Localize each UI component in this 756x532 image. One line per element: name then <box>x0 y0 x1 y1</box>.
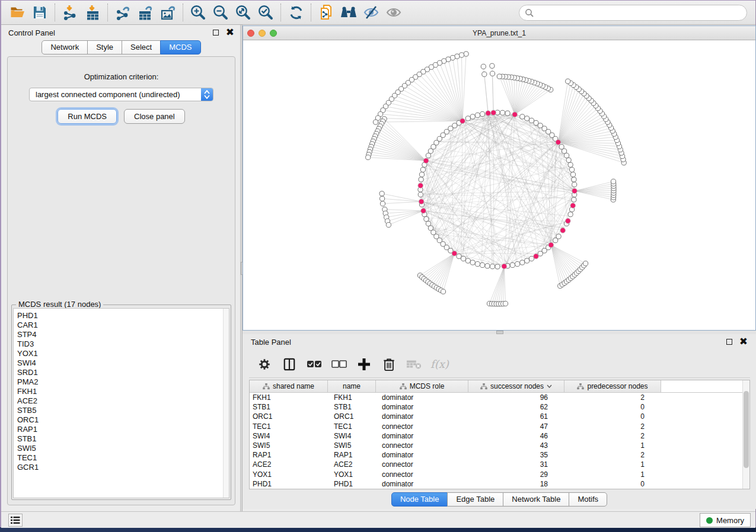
column-header-shared-name[interactable]: shared name <box>250 380 328 392</box>
network-canvas[interactable] <box>243 40 755 330</box>
control-panel: Control Panel ✖ NetworkStyleSelectMCDS O… <box>2 25 240 511</box>
table-row[interactable]: SWI5SWI5connector431 <box>250 441 749 450</box>
tab-network[interactable]: Network <box>42 40 88 55</box>
tab-edge-table[interactable]: Edge Table <box>447 492 503 507</box>
table-row[interactable]: FKH1FKH1dominator962 <box>250 393 749 402</box>
table-row[interactable]: TEC1TEC1connector472 <box>250 422 749 431</box>
mcds-result-item[interactable]: TEC1 <box>14 453 223 463</box>
table-row[interactable]: STB1STB1dominator620 <box>250 402 749 412</box>
tab-select[interactable]: Select <box>122 40 161 55</box>
memory-button[interactable]: Memory <box>700 513 751 527</box>
tab-node-table[interactable]: Node Table <box>391 492 448 507</box>
tab-motifs[interactable]: Motifs <box>569 492 607 507</box>
deselect-all-button[interactable] <box>331 355 347 373</box>
float-panel-icon[interactable] <box>726 339 732 345</box>
export-table-button[interactable] <box>134 2 157 23</box>
clone-network-button[interactable] <box>315 2 337 23</box>
toolbar-separator <box>311 4 311 21</box>
list-scrollbar[interactable] <box>223 309 229 498</box>
zoom-selected-button[interactable] <box>254 2 277 23</box>
mcds-result-item[interactable]: GCR1 <box>14 463 223 472</box>
task-history-button[interactable] <box>8 514 23 527</box>
table-row[interactable]: PHD1PHD1dominator180 <box>250 479 749 489</box>
save-button[interactable] <box>28 2 51 23</box>
control-panel-tabs: NetworkStyleSelectMCDS <box>2 40 240 55</box>
mcds-result-item[interactable]: CAR1 <box>14 321 223 330</box>
close-panel-icon[interactable]: ✖ <box>739 339 748 345</box>
mcds-result-item[interactable]: STP4 <box>14 330 223 339</box>
find-neighbors-button[interactable] <box>337 2 360 23</box>
table-cell: 2 <box>564 432 661 440</box>
mcds-result-item[interactable]: FKH1 <box>14 387 223 396</box>
table-row[interactable]: ACE2ACE2connector311 <box>250 460 749 469</box>
open-button[interactable] <box>6 2 28 23</box>
export-network-icon <box>115 5 131 21</box>
table-row[interactable]: ORC1ORC1dominator610 <box>250 412 749 421</box>
mcds-result-item[interactable]: SRD1 <box>14 368 223 377</box>
zoom-out-button[interactable] <box>209 2 232 23</box>
column-header-successor-nodes[interactable]: successor nodes <box>468 380 564 392</box>
column-header-name[interactable]: name <box>328 380 376 392</box>
import-table-icon <box>85 5 101 21</box>
show-icon <box>385 5 402 20</box>
mcds-result-item[interactable]: YOX1 <box>14 349 223 358</box>
import-table-button[interactable] <box>81 2 104 23</box>
mcds-result-item[interactable]: TID3 <box>14 339 223 349</box>
table-row[interactable]: RAP1RAP1dominator352 <box>250 450 749 460</box>
mcds-result-item[interactable]: STB5 <box>14 406 223 415</box>
tab-mcds[interactable]: MCDS <box>160 40 200 55</box>
table-cell: 1 <box>564 460 661 469</box>
table-cell: RAP1 <box>328 451 376 459</box>
criterion-dropdown[interactable]: largest connected component (undirected) <box>29 88 213 101</box>
table-cell: 18 <box>468 480 564 488</box>
table-row[interactable]: YOX1YOX1connector291 <box>250 470 749 479</box>
mcds-result-item[interactable]: ORC1 <box>14 415 223 425</box>
sitemap-icon <box>263 383 270 390</box>
mcds-result-item[interactable]: RAP1 <box>14 425 223 434</box>
show-columns-button[interactable] <box>281 355 298 373</box>
network-titlebar[interactable]: YPA_prune.txt_1 <box>243 26 755 40</box>
mcds-result-item[interactable]: PHD1 <box>14 311 223 321</box>
select-all-button[interactable] <box>306 355 323 373</box>
mcds-result-item[interactable]: SWI5 <box>14 444 223 453</box>
run-mcds-button[interactable]: Run MCDS <box>58 109 117 124</box>
table-cell: RAP1 <box>250 451 328 459</box>
unchecked-boxes-icon <box>331 360 347 369</box>
scrollbar-thumb[interactable] <box>744 391 749 468</box>
table-cell: PHD1 <box>250 480 328 488</box>
column-header-MCDS-role[interactable]: MCDS role <box>376 380 468 392</box>
export-network-button[interactable] <box>111 2 134 23</box>
mcds-result-item[interactable]: PMA2 <box>14 377 223 387</box>
mcds-result-item[interactable]: SWI4 <box>14 358 223 368</box>
show-button[interactable] <box>382 2 405 23</box>
mcds-result-item[interactable]: ACE2 <box>14 396 223 406</box>
tab-network-table[interactable]: Network Table <box>503 492 569 507</box>
sitemap-icon <box>480 383 487 390</box>
table-cell: YOX1 <box>250 470 328 479</box>
table-scrollbar[interactable] <box>742 380 749 489</box>
column-header-predecessor-nodes[interactable]: predecessor nodes <box>564 380 661 392</box>
table-settings-button[interactable] <box>256 355 273 373</box>
zoom-fit-button[interactable] <box>232 2 254 23</box>
memory-status-icon <box>706 517 713 524</box>
refresh-button[interactable] <box>285 2 307 23</box>
network-window: YPA_prune.txt_1 <box>243 25 756 331</box>
tab-style[interactable]: Style <box>87 40 122 55</box>
table-cell: ACE2 <box>328 460 376 469</box>
mcds-tab-content: Optimization criterion: largest connecte… <box>7 56 235 505</box>
delete-column-button[interactable] <box>381 355 397 373</box>
create-column-button[interactable] <box>356 355 372 373</box>
close-panel-button[interactable]: Close panel <box>124 109 185 124</box>
close-panel-icon[interactable]: ✖ <box>226 30 234 36</box>
table-cell: STB1 <box>250 403 328 411</box>
mcds-result-item[interactable]: STB1 <box>14 434 223 444</box>
export-image-button[interactable] <box>157 2 179 23</box>
sitemap-icon <box>400 383 407 390</box>
table-body: FKH1FKH1dominator962STB1STB1dominator620… <box>250 393 749 489</box>
zoom-in-button[interactable] <box>187 2 209 23</box>
search-input[interactable] <box>519 5 747 21</box>
hide-button[interactable] <box>360 2 382 23</box>
float-panel-icon[interactable] <box>213 30 219 36</box>
table-row[interactable]: SWI4SWI4dominator462 <box>250 431 749 441</box>
import-network-button[interactable] <box>59 2 81 23</box>
